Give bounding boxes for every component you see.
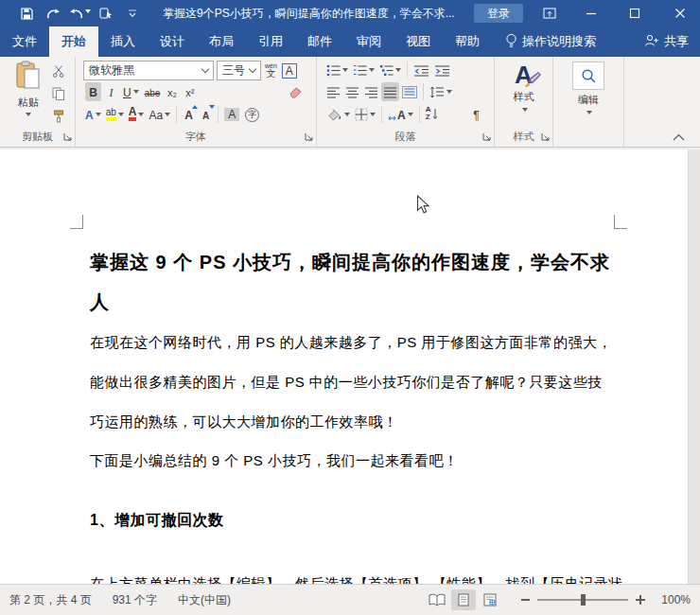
line-spacing-dropdown-icon[interactable] (446, 90, 452, 97)
font-name-chevron-icon[interactable] (201, 65, 209, 73)
align-left-button[interactable] (324, 82, 342, 101)
show-hide-marks-button[interactable]: ¶ (468, 105, 484, 124)
justify-button[interactable] (381, 82, 399, 101)
language-status[interactable]: 中文(中国) (167, 592, 241, 608)
align-right-button[interactable] (362, 82, 380, 101)
styles-dropdown-icon[interactable] (522, 108, 528, 114)
web-layout-button[interactable] (478, 589, 502, 610)
decrease-indent-button[interactable] (411, 61, 431, 79)
page-number-status[interactable]: 第 2 页，共 4 页 (9, 592, 102, 608)
tab-home[interactable]: 开始 (49, 26, 98, 57)
tab-help[interactable]: 帮助 (443, 26, 492, 57)
undo-icon[interactable] (66, 2, 93, 25)
paste-dropdown-icon[interactable] (26, 113, 31, 119)
italic-button[interactable]: I (103, 82, 119, 101)
body-line[interactable]: 巧运用的熟练，可以大大增加你的工作效率哦！ (90, 413, 398, 431)
zoom-out-button[interactable] (521, 599, 530, 601)
document-page[interactable]: 掌握这 9 个 PS 小技巧，瞬间提高你的作图速度，学会不求 人 在现在这个网络… (0, 148, 700, 584)
asian-layout-button[interactable]: A (386, 105, 415, 124)
section-heading[interactable]: 1、增加可撤回次数 (90, 511, 223, 531)
distribute-button[interactable] (400, 82, 419, 101)
align-center-button[interactable] (343, 82, 361, 101)
tab-file[interactable]: 文件 (0, 26, 49, 57)
clear-formatting-button[interactable] (286, 82, 305, 101)
numbering-button[interactable] (351, 61, 376, 79)
close-icon[interactable] (666, 0, 694, 26)
body-line[interactable]: 下面是小编总结的 9 个 PS 小技巧，我们一起来看看吧！ (90, 452, 459, 470)
shading-dropdown-icon[interactable] (344, 113, 350, 119)
tab-review[interactable]: 审阅 (344, 26, 394, 57)
font-color-button[interactable]: A (127, 105, 147, 124)
shading-button[interactable] (324, 105, 352, 124)
undo-dropdown-icon[interactable] (85, 9, 91, 16)
font-color-dropdown-icon[interactable] (138, 113, 144, 119)
ribbon-display-options-icon[interactable] (535, 0, 564, 26)
enclose-characters-button[interactable]: 字 (245, 108, 259, 122)
tell-me-search[interactable]: 操作说明搜索 (496, 26, 605, 57)
save-icon[interactable] (13, 2, 40, 25)
text-effects-button[interactable]: A (83, 105, 103, 124)
line-spacing-button[interactable] (428, 82, 454, 101)
character-border-button[interactable]: A (282, 63, 297, 79)
zoom-in-button[interactable] (636, 595, 645, 605)
login-button[interactable]: 登录 (474, 4, 523, 23)
underline-dropdown-icon[interactable] (133, 90, 139, 97)
editing-dropdown-icon[interactable] (586, 111, 592, 117)
paste-button[interactable]: 粘贴 (9, 61, 48, 129)
highlight-button[interactable]: ab (104, 105, 126, 124)
customize-qat-icon[interactable] (119, 2, 146, 25)
touch-mode-icon[interactable] (93, 2, 119, 25)
font-size-chevron-icon[interactable] (249, 65, 256, 73)
strikethrough-button[interactable]: abe (143, 82, 163, 101)
editing-button[interactable]: 编辑 (553, 62, 623, 119)
shrink-font-button[interactable]: A (198, 105, 214, 124)
zoom-slider-thumb[interactable] (581, 594, 586, 606)
font-size-select[interactable]: 三号 (217, 61, 261, 80)
zoom-level[interactable]: 100% (655, 593, 691, 606)
tab-layout[interactable]: 布局 (197, 26, 246, 57)
print-layout-button[interactable] (451, 589, 476, 610)
increase-indent-button[interactable] (432, 61, 452, 79)
borders-dropdown-icon[interactable] (370, 113, 376, 119)
body-line[interactable]: 能做出很多精美的图片，但是 PS 中的一些小技巧你们是否了解呢？只要这些技 (90, 374, 603, 392)
borders-button[interactable] (353, 105, 377, 124)
styles-button[interactable]: A 样式 (495, 62, 552, 116)
asian-layout-dropdown-icon[interactable] (408, 113, 413, 119)
maximize-icon[interactable] (621, 0, 649, 26)
tab-mailings[interactable]: 邮件 (295, 26, 344, 57)
sort-button[interactable]: AZ (424, 105, 440, 124)
word-count-status[interactable]: 931 个字 (102, 592, 167, 608)
zoom-slider[interactable] (537, 599, 628, 601)
format-painter-button[interactable] (49, 108, 68, 124)
share-button[interactable]: 共享 (633, 26, 700, 57)
multilevel-dropdown-icon[interactable] (395, 68, 401, 75)
bullets-dropdown-icon[interactable] (342, 68, 348, 75)
superscript-button[interactable]: x² (182, 82, 198, 101)
minimize-icon[interactable] (577, 0, 605, 26)
font-dialog-launcher-icon[interactable] (305, 132, 313, 143)
bullets-button[interactable] (324, 61, 350, 79)
phonetic-guide-button[interactable]: wén 文 (265, 62, 277, 79)
paragraph-dialog-launcher-icon[interactable] (482, 132, 491, 143)
redo-icon[interactable] (40, 2, 66, 25)
styles-dialog-launcher-icon[interactable] (541, 132, 550, 143)
tab-insert[interactable]: 插入 (98, 26, 148, 57)
body-line-clipped[interactable]: 在上方菜单栏中选择【编辑】，然后选择【首选项】-【性能】，找到【历史记录状 (90, 575, 623, 584)
document-heading-line1[interactable]: 掌握这 9 个 PS 小技巧，瞬间提高你的作图速度，学会不求 (90, 250, 610, 275)
cut-button[interactable] (49, 62, 68, 79)
read-mode-button[interactable] (425, 589, 449, 610)
numbering-dropdown-icon[interactable] (369, 68, 375, 75)
text-effects-dropdown-icon[interactable] (96, 113, 101, 119)
underline-button[interactable]: U (121, 82, 141, 101)
subscript-button[interactable]: x₂ (164, 82, 180, 101)
change-case-dropdown-icon[interactable] (165, 113, 170, 119)
document-heading-line2[interactable]: 人 (90, 290, 110, 315)
character-shading-button[interactable]: A (222, 105, 241, 124)
multilevel-list-button[interactable] (377, 61, 403, 79)
bold-button[interactable]: B (85, 82, 101, 101)
vertical-scrollbar[interactable] (688, 149, 700, 584)
highlight-dropdown-icon[interactable] (118, 113, 124, 119)
copy-button[interactable] (49, 85, 68, 101)
tab-references[interactable]: 引用 (246, 26, 295, 57)
collapse-ribbon-icon[interactable] (673, 132, 685, 143)
